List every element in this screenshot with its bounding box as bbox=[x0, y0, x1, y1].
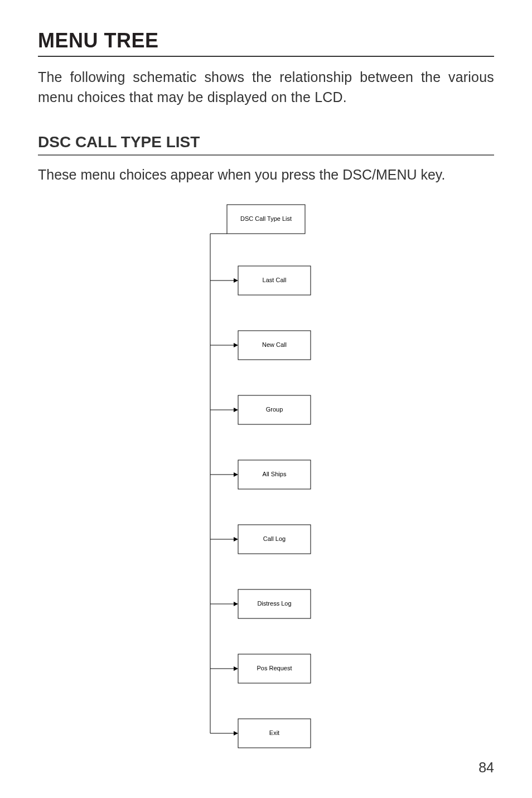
svg-marker-12 bbox=[234, 537, 238, 541]
section-title: MENU TREE bbox=[38, 29, 494, 57]
svg-marker-4 bbox=[234, 278, 238, 283]
tree-node-label: Last Call bbox=[263, 277, 287, 283]
menu-tree-diagram: DSC Call Type List Last CallNew CallGrou… bbox=[38, 199, 494, 751]
svg-marker-6 bbox=[234, 343, 238, 347]
tree-node-label: All Ships bbox=[263, 471, 287, 477]
page-number: 84 bbox=[478, 760, 494, 776]
tree-node-label: New Call bbox=[262, 341, 287, 348]
subsection-title: DSC CALL TYPE LIST bbox=[38, 133, 494, 156]
intro-paragraph: The following schematic shows the relati… bbox=[38, 67, 494, 108]
subsection-paragraph: These menu choices appear when you press… bbox=[38, 165, 494, 185]
tree-node-label: Distress Log bbox=[257, 600, 291, 607]
svg-marker-14 bbox=[234, 602, 238, 606]
tree-node-label: Exit bbox=[269, 729, 279, 736]
tree-node-label: Group bbox=[266, 406, 283, 413]
svg-marker-16 bbox=[234, 666, 238, 671]
svg-marker-18 bbox=[234, 731, 238, 736]
svg-marker-8 bbox=[234, 408, 238, 412]
svg-marker-10 bbox=[234, 472, 238, 477]
tree-root-label: DSC Call Type List bbox=[240, 215, 292, 222]
tree-node-label: Pos Request bbox=[257, 665, 292, 671]
tree-node-label: Call Log bbox=[263, 535, 286, 542]
